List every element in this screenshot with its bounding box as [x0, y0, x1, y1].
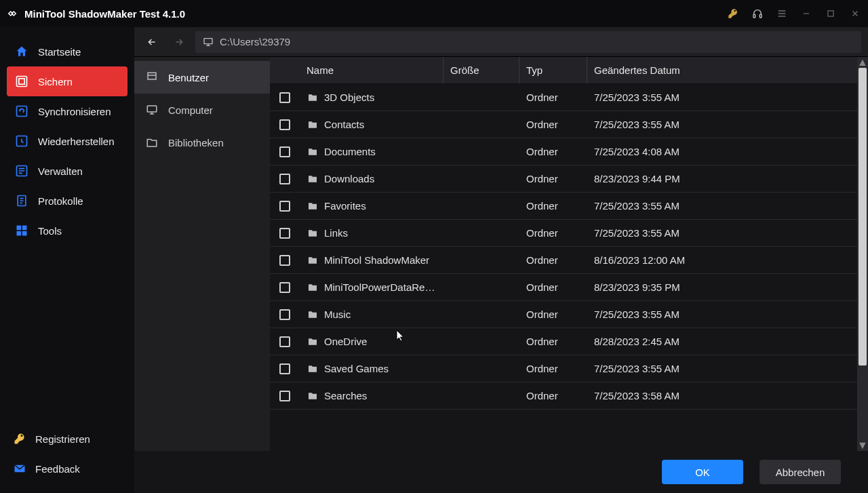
folder-icon	[307, 309, 319, 321]
close-icon[interactable]	[849, 7, 861, 20]
svg-rect-2	[828, 11, 833, 16]
backup-icon	[14, 73, 30, 90]
headphones-icon[interactable]	[751, 7, 764, 20]
file-name: Documents	[324, 146, 376, 157]
row-checkbox[interactable]	[279, 92, 290, 103]
sidebar: StartseiteSichernSynchronisierenWiederhe…	[0, 27, 134, 493]
sidebar-item-backup[interactable]: Sichern	[7, 66, 127, 96]
forward-button[interactable]	[168, 31, 190, 53]
table-row[interactable]: DocumentsOrdner7/25/2023 4:08 AM	[270, 138, 857, 165]
header-type[interactable]: Typ	[519, 57, 587, 83]
folder-icon	[307, 281, 319, 294]
minimize-icon[interactable]	[800, 7, 812, 20]
logs-icon	[14, 193, 30, 209]
sidebar-item-home[interactable]: Startseite	[7, 37, 127, 66]
table-row[interactable]: DownloadsOrdner8/23/2023 9:44 PM	[270, 165, 857, 193]
sidebar-item-sync[interactable]: Synchronisieren	[7, 96, 127, 126]
file-date: 7/25/2023 3:58 AM	[587, 382, 857, 409]
sidebar-item-label: Synchronisieren	[38, 106, 111, 117]
sidebar-item-tools[interactable]: Tools	[7, 216, 127, 245]
file-name: Saved Games	[324, 363, 389, 374]
row-checkbox[interactable]	[279, 201, 290, 212]
file-name: MiniToolPowerDataRecov…	[324, 281, 437, 293]
menu-icon[interactable]	[776, 7, 788, 20]
file-date: 7/25/2023 3:55 AM	[587, 220, 857, 246]
folder-icon	[307, 119, 319, 131]
table-row[interactable]: MiniToolPowerDataRecov…Ordner8/23/2023 9…	[270, 274, 857, 301]
sidebar-feedback[interactable]: Feedback	[7, 454, 127, 484]
table-row[interactable]: MiniTool ShadowMakerOrdner8/16/2023 12:0…	[270, 247, 857, 274]
header-date[interactable]: Geändertes Datum	[587, 57, 857, 83]
row-checkbox[interactable]	[279, 146, 290, 157]
back-button[interactable]	[141, 31, 163, 53]
file-name: Favorites	[324, 200, 366, 212]
dialog-footer: OK Abbrechen	[134, 451, 868, 493]
file-size	[443, 193, 519, 219]
vertical-scrollbar[interactable]: ▲ ▼	[857, 57, 868, 451]
table-row[interactable]: OneDriveOrdner8/28/2023 2:45 AM	[270, 328, 857, 355]
file-date: 8/16/2023 12:00 AM	[587, 247, 857, 273]
svg-rect-9	[17, 226, 22, 231]
app-title: MiniTool ShadowMaker Test 4.1.0	[24, 8, 185, 20]
key-icon[interactable]	[727, 7, 739, 20]
sidebar-register-label: Registrieren	[35, 433, 90, 445]
table-row[interactable]: MusicOrdner7/25/2023 3:55 AM	[270, 301, 857, 328]
table-row[interactable]: FavoritesOrdner7/25/2023 3:55 AM	[270, 193, 857, 220]
file-type: Ordner	[519, 84, 587, 111]
tree-icon	[145, 71, 159, 84]
header-size[interactable]: Größe	[443, 57, 519, 83]
table-row[interactable]: Saved GamesOrdner7/25/2023 3:55 AM	[270, 355, 857, 382]
tree-item[interactable]: Computer	[134, 94, 270, 126]
scrollbar-thumb[interactable]	[859, 68, 867, 366]
svg-rect-1	[760, 14, 762, 18]
scroll-down-icon[interactable]: ▼	[857, 440, 868, 451]
tree-icon	[145, 136, 159, 149]
file-size	[443, 165, 519, 192]
row-checkbox[interactable]	[279, 391, 290, 401]
svg-rect-15	[147, 106, 157, 112]
tree-item[interactable]: Benutzer	[134, 61, 270, 94]
row-checkbox[interactable]	[279, 228, 290, 239]
file-type: Ordner	[519, 220, 587, 246]
file-name: Music	[324, 309, 351, 320]
row-checkbox[interactable]	[279, 336, 290, 347]
svg-rect-12	[22, 231, 27, 236]
table-row[interactable]: LinksOrdner7/25/2023 3:55 AM	[270, 220, 857, 247]
address-bar[interactable]: C:\Users\29379	[195, 31, 861, 53]
file-name: Searches	[324, 390, 367, 401]
file-date: 7/25/2023 3:55 AM	[587, 193, 857, 219]
sidebar-item-label: Startseite	[38, 46, 81, 58]
cancel-button[interactable]: Abbrechen	[760, 460, 841, 484]
folder-icon	[307, 92, 319, 104]
row-checkbox[interactable]	[279, 363, 290, 374]
tree-item[interactable]: Bibliotheken	[134, 126, 270, 159]
path-toolbar: C:\Users\29379	[134, 27, 868, 57]
scroll-up-icon[interactable]: ▲	[857, 57, 868, 68]
sidebar-item-manage[interactable]: Verwalten	[7, 156, 127, 186]
row-checkbox[interactable]	[279, 309, 290, 320]
row-checkbox[interactable]	[279, 255, 290, 266]
file-size	[443, 301, 519, 328]
row-checkbox[interactable]	[279, 174, 290, 184]
sidebar-item-logs[interactable]: Protokolle	[7, 186, 127, 216]
sidebar-register[interactable]: Registrieren	[7, 424, 127, 454]
folder-icon	[307, 173, 319, 185]
file-type: Ordner	[519, 193, 587, 219]
sidebar-item-restore[interactable]: Wiederherstellen	[7, 126, 127, 156]
file-type: Ordner	[519, 247, 587, 273]
folder-icon	[307, 200, 319, 212]
table-row[interactable]: 3D ObjectsOrdner7/25/2023 3:55 AM	[270, 84, 857, 111]
table-row[interactable]: ContactsOrdner7/25/2023 3:55 AM	[270, 111, 857, 138]
row-checkbox[interactable]	[279, 119, 290, 130]
header-name[interactable]: Name	[300, 57, 443, 83]
row-checkbox[interactable]	[279, 282, 290, 293]
svg-rect-14	[148, 73, 156, 79]
file-size	[443, 274, 519, 300]
file-size	[443, 111, 519, 138]
file-date: 8/28/2023 2:45 AM	[587, 328, 857, 355]
ok-button[interactable]: OK	[662, 460, 743, 484]
file-size	[443, 220, 519, 246]
maximize-icon[interactable]	[825, 7, 837, 20]
folder-icon	[307, 390, 319, 402]
table-row[interactable]: SearchesOrdner7/25/2023 3:58 AM	[270, 382, 857, 410]
